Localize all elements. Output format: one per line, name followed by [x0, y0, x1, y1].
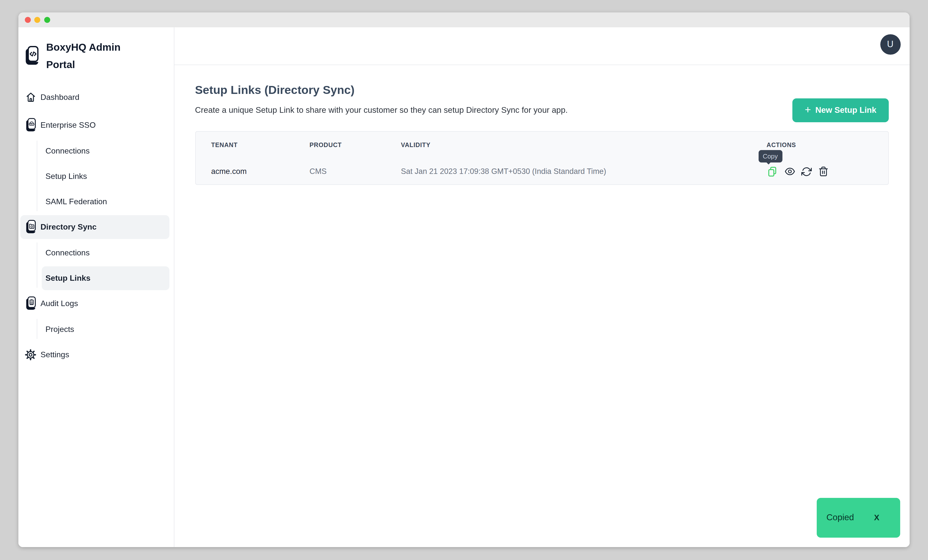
sidebar-item-enterprise-sso[interactable]: Enterprise SSO: [20, 113, 169, 137]
page-title: Setup Links (Directory Sync): [195, 84, 889, 97]
plus-icon: +: [805, 104, 811, 116]
table-row: acme.com CMS Sat Jan 21 2023 17:09:38 GM…: [195, 159, 888, 185]
sidebar-item-directory-sync[interactable]: Directory Sync: [20, 215, 169, 239]
delete-link-button[interactable]: [818, 166, 829, 177]
sidebar: BoxyHQ Admin Portal Dashboard: [18, 27, 174, 547]
cell-tenant: acme.com: [211, 167, 310, 176]
sidebar-item-label: Audit Logs: [41, 299, 78, 308]
copy-tooltip: Copy: [759, 150, 782, 162]
new-setup-link-label: New Setup Link: [815, 105, 876, 115]
home-icon: [25, 91, 36, 103]
column-header-validity: VALIDITY: [401, 142, 766, 149]
new-setup-link-button[interactable]: + New Setup Link: [792, 98, 889, 122]
toast-message: Copied: [826, 512, 854, 523]
copy-link-button[interactable]: [766, 166, 778, 177]
audit-logs-keycard-icon: [25, 296, 36, 311]
page-content: Setup Links (Directory Sync) Create a un…: [174, 65, 910, 547]
audit-logs-subgroup: Projects: [18, 317, 174, 341]
table-header-row: TENANT PRODUCT VALIDITY ACTIONS: [195, 132, 888, 159]
sidebar-nav: Dashboard: [18, 85, 174, 366]
column-header-actions: ACTIONS: [766, 142, 888, 149]
enterprise-sso-subgroup: Connections Setup Links SAML Federation: [18, 139, 174, 214]
cell-validity: Sat Jan 21 2023 17:09:38 GMT+0530 (India…: [401, 167, 766, 176]
sidebar-item-projects[interactable]: Projects: [41, 317, 169, 341]
sidebar-item-label: Directory Sync: [41, 222, 97, 231]
eye-icon: [784, 166, 795, 177]
page-description: Create a unique Setup Link to share with…: [195, 105, 889, 115]
sidebar-item-ds-connections[interactable]: Connections: [41, 241, 169, 265]
desktop-background: BoxyHQ Admin Portal Dashboard: [0, 0, 928, 560]
copy-tooltip-label: Copy: [763, 153, 778, 160]
sidebar-item-audit-logs[interactable]: Audit Logs: [20, 291, 169, 315]
top-header: U: [174, 27, 910, 65]
directory-sync-subgroup: Connections Setup Links: [18, 241, 174, 290]
logo-row[interactable]: BoxyHQ Admin Portal: [24, 38, 174, 73]
sidebar-item-label: Dashboard: [41, 93, 79, 102]
sidebar-item-sso-setup-links[interactable]: Setup Links: [41, 164, 169, 188]
refresh-icon: [801, 166, 812, 177]
sidebar-item-settings[interactable]: Settings: [20, 343, 169, 366]
gear-icon: [25, 349, 36, 360]
regenerate-link-button[interactable]: [801, 166, 812, 177]
toast-close-icon[interactable]: X: [874, 513, 879, 522]
boxyhq-logo-icon: [24, 46, 39, 73]
trash-icon: [818, 166, 829, 177]
zoom-window-button[interactable]: [44, 17, 50, 23]
directory-sync-keycard-icon: [25, 220, 36, 234]
column-header-product: PRODUCT: [310, 142, 401, 149]
sidebar-item-sso-connections[interactable]: Connections: [41, 139, 169, 163]
window-titlebar[interactable]: [18, 12, 910, 27]
close-window-button[interactable]: [24, 17, 31, 23]
sso-keycard-icon: [25, 118, 36, 132]
main-area: U Setup Links (Directory Sync) Create a …: [174, 27, 910, 547]
cell-actions: [766, 166, 888, 177]
copied-toast: Copied X: [817, 497, 900, 537]
cell-product: CMS: [310, 167, 401, 176]
minimize-window-button[interactable]: [34, 17, 40, 23]
avatar-initial: U: [887, 39, 893, 50]
sidebar-item-dashboard[interactable]: Dashboard: [20, 85, 169, 109]
app-body: BoxyHQ Admin Portal Dashboard: [18, 27, 910, 547]
column-header-tenant: TENANT: [211, 142, 310, 149]
app-window: BoxyHQ Admin Portal Dashboard: [18, 12, 910, 547]
setup-links-table: TENANT PRODUCT VALIDITY ACTIONS acme.com…: [195, 131, 889, 185]
sidebar-item-saml-federation[interactable]: SAML Federation: [41, 189, 169, 214]
copy-icon: [766, 166, 778, 177]
user-avatar[interactable]: U: [880, 34, 901, 55]
view-link-button[interactable]: [784, 166, 795, 177]
sidebar-item-label: Enterprise SSO: [41, 121, 96, 130]
sidebar-item-ds-setup-links[interactable]: Setup Links: [41, 266, 169, 290]
sidebar-item-label: Settings: [41, 350, 69, 359]
app-title: BoxyHQ Admin Portal: [46, 38, 133, 73]
